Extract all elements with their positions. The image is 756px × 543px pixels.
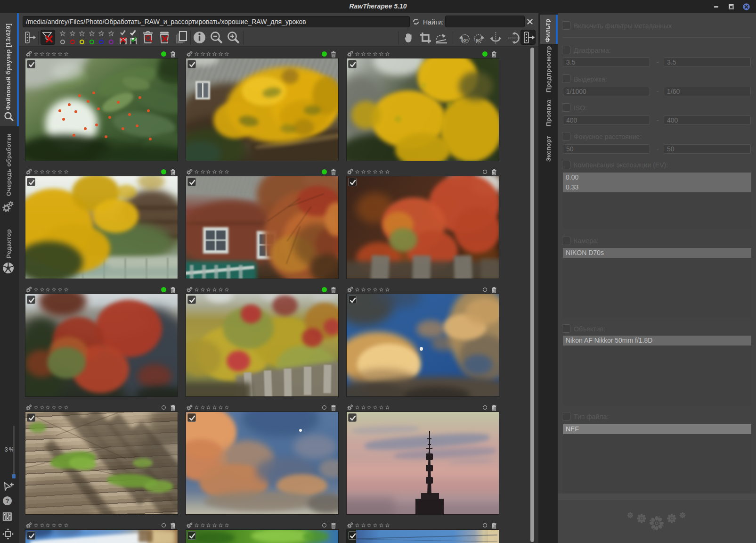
svg-text:90°: 90° — [461, 38, 468, 43]
svg-text:90°: 90° — [476, 38, 483, 43]
svg-text:?: ? — [6, 497, 9, 504]
